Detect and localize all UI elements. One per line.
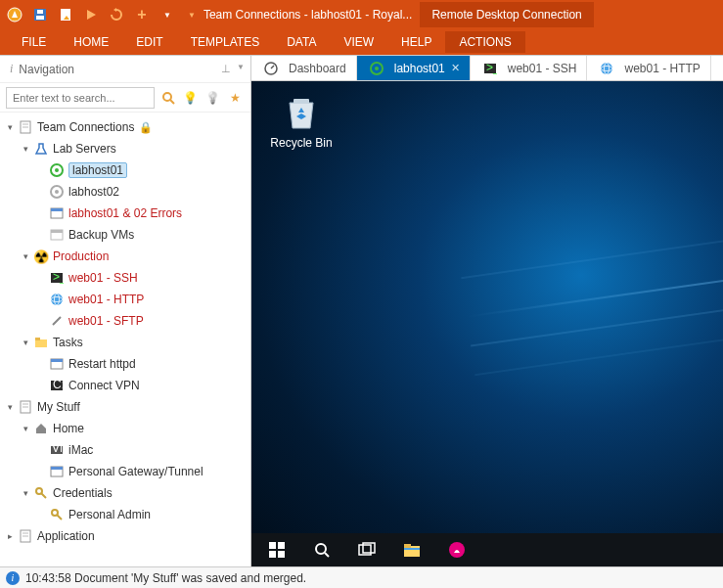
tree-item-web01-http[interactable]: web01 - HTTP bbox=[0, 289, 250, 310]
tree-item-labhost01-02-errors[interactable]: labhost01 & 02 Errors bbox=[0, 203, 250, 224]
script-icon[interactable] bbox=[55, 4, 76, 25]
menu-edit[interactable]: EDIT bbox=[122, 31, 176, 53]
tree-item-lab-servers[interactable]: ▾Lab Servers bbox=[0, 138, 250, 159]
tree-item-tasks[interactable]: ▾Tasks bbox=[0, 332, 250, 353]
menu-home[interactable]: HOME bbox=[60, 31, 122, 53]
tree-label: My Stuff bbox=[37, 400, 80, 414]
app-icon[interactable] bbox=[4, 4, 25, 25]
expander-icon[interactable]: ▾ bbox=[20, 251, 31, 261]
tree-item-my-stuff[interactable]: ▾My Stuff bbox=[0, 396, 250, 418]
svg-point-11 bbox=[55, 168, 59, 172]
tree-item-labhost02[interactable]: labhost02 bbox=[0, 181, 250, 203]
bulb-grey-icon[interactable]: 💡 bbox=[203, 87, 222, 109]
navigation-header: i Navigation ⊥ ▼ bbox=[0, 56, 250, 83]
tree-item-personal-admin[interactable]: Personal Admin bbox=[0, 504, 250, 525]
close-icon[interactable]: ✕ bbox=[451, 62, 460, 74]
svg-point-13 bbox=[55, 190, 59, 194]
expander-icon[interactable]: ▾ bbox=[20, 144, 31, 154]
search-icon[interactable] bbox=[158, 87, 177, 109]
terminal-icon: >_ bbox=[49, 270, 65, 286]
qat-dropdown-icon[interactable]: ▼ bbox=[157, 4, 178, 25]
tree-item-team-connections[interactable]: ▾Team Connections🔒 bbox=[0, 116, 250, 138]
tree-item-restart-httpd[interactable]: Restart httpd bbox=[0, 353, 250, 375]
svg-rect-24 bbox=[35, 338, 40, 340]
status-bar: i 10:43:58 Document 'My Stuff' was saved… bbox=[0, 566, 723, 588]
svg-rect-52 bbox=[294, 99, 309, 104]
tree-item-home[interactable]: ▾Home bbox=[0, 418, 250, 439]
remote-desktop-view[interactable]: Recycle Bin bbox=[251, 81, 723, 566]
svg-text:>_: >_ bbox=[486, 62, 497, 74]
tab-label: Dashboard bbox=[289, 62, 346, 75]
app-pinned-icon[interactable] bbox=[435, 533, 478, 566]
menu-templates[interactable]: TEMPLATES bbox=[177, 31, 273, 53]
tree-item-connect-vpn[interactable]: C:\Connect VPN bbox=[0, 375, 250, 396]
tree-label: Tasks bbox=[53, 336, 83, 349]
window-title: Team Connections - labhost01 - Royal... bbox=[196, 8, 420, 22]
key-icon bbox=[33, 485, 49, 501]
expander-icon[interactable]: ▸ bbox=[4, 531, 16, 541]
search-input[interactable] bbox=[6, 87, 155, 109]
document-icon bbox=[18, 528, 33, 544]
key-icon bbox=[49, 507, 65, 522]
tab-dashboard[interactable]: Dashboard bbox=[251, 56, 357, 80]
recycle-bin[interactable]: Recycle Bin bbox=[267, 93, 336, 150]
task-view-icon[interactable] bbox=[345, 533, 388, 566]
svg-rect-23 bbox=[35, 339, 47, 347]
expander-icon[interactable]: ▾ bbox=[20, 488, 31, 498]
start-button[interactable] bbox=[255, 533, 298, 566]
expander-icon[interactable]: ▾ bbox=[20, 338, 31, 347]
save-icon[interactable] bbox=[29, 4, 51, 25]
tree-item-credentials[interactable]: ▾Credentials bbox=[0, 482, 250, 504]
menu-data[interactable]: DATA bbox=[273, 31, 330, 53]
tree-item-web01-ssh[interactable]: >_web01 - SSH bbox=[0, 267, 250, 289]
tree-item-personal-gateway-tunnel[interactable]: Personal Gateway/Tunnel bbox=[0, 461, 250, 482]
bulb-yellow-icon[interactable]: 💡 bbox=[181, 87, 200, 109]
tree-label: Backup VMs bbox=[68, 228, 134, 242]
svg-rect-2 bbox=[36, 16, 44, 20]
refresh-icon[interactable] bbox=[106, 4, 127, 25]
folder-icon bbox=[33, 335, 49, 350]
conn-grey-icon bbox=[49, 184, 65, 200]
svg-line-37 bbox=[41, 493, 46, 498]
expander-icon[interactable]: ▾ bbox=[4, 402, 16, 412]
menu-view[interactable]: VIEW bbox=[330, 31, 387, 53]
flask-icon bbox=[33, 141, 49, 157]
svg-rect-26 bbox=[51, 359, 63, 362]
tab-labhost01[interactable]: labhost01✕ bbox=[357, 56, 471, 80]
taskbar-search-icon[interactable] bbox=[300, 533, 343, 566]
svg-point-57 bbox=[316, 544, 326, 554]
file-explorer-icon[interactable] bbox=[390, 533, 433, 566]
svg-rect-54 bbox=[278, 542, 285, 549]
menu-actions[interactable]: ACTIONS bbox=[445, 31, 524, 53]
document-icon bbox=[18, 399, 33, 415]
globe-icon bbox=[49, 292, 65, 307]
expander-icon[interactable]: ▾ bbox=[4, 122, 16, 132]
tree-label: Credentials bbox=[53, 486, 113, 500]
svg-rect-53 bbox=[269, 542, 276, 549]
tab-web01-ssh[interactable]: >_web01 - SSH bbox=[471, 56, 588, 80]
tree-label: Connect VPN bbox=[68, 379, 140, 392]
terminal-dark-icon: C:\ bbox=[49, 378, 65, 393]
svg-rect-55 bbox=[269, 551, 276, 558]
expander-icon[interactable]: ▾ bbox=[20, 424, 31, 433]
title-dropdown-icon[interactable]: ▼ bbox=[188, 11, 196, 20]
tree-item-labhost01[interactable]: labhost01 bbox=[0, 159, 250, 181]
tree-item-production[interactable]: ▾☢️Production bbox=[0, 246, 250, 267]
menu-file[interactable]: FILE bbox=[8, 31, 60, 53]
pin-icon[interactable]: ⊥ bbox=[221, 63, 231, 75]
tree-item-imac[interactable]: VNCiMac bbox=[0, 439, 250, 461]
tree-label: labhost02 bbox=[68, 185, 119, 199]
panel-dropdown-icon[interactable]: ▼ bbox=[237, 63, 245, 75]
navigation-tree: ▾Team Connections🔒▾Lab Serverslabhost01l… bbox=[0, 113, 250, 566]
favorite-icon[interactable]: ★ bbox=[226, 87, 245, 109]
tree-item-application[interactable]: ▸Application bbox=[0, 525, 250, 547]
tree-item-web01-sftp[interactable]: web01 - SFTP bbox=[0, 310, 250, 332]
add-icon[interactable]: + bbox=[131, 4, 153, 25]
svg-point-20 bbox=[51, 294, 63, 305]
tab-web01-http[interactable]: web01 - HTTP bbox=[587, 56, 710, 80]
svg-point-46 bbox=[375, 67, 379, 70]
play-icon[interactable] bbox=[80, 4, 102, 25]
tree-item-backup-vms[interactable]: Backup VMs bbox=[0, 224, 250, 246]
menu-help[interactable]: HELP bbox=[387, 31, 445, 53]
info-icon: i bbox=[10, 62, 13, 76]
